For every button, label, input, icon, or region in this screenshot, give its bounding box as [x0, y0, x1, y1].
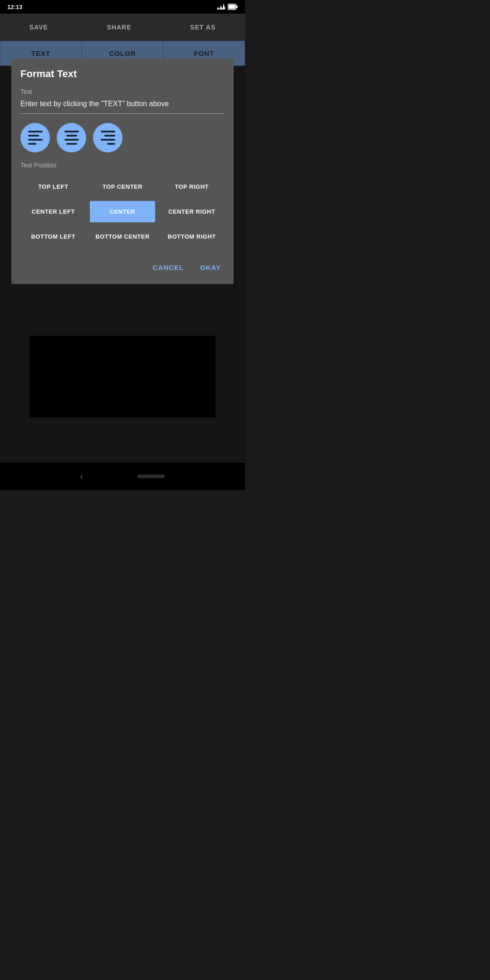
position-grid: TOP LEFTTOP CENTERTOP RIGHTCENTER LEFTCE… — [20, 176, 225, 247]
svg-rect-6 — [236, 5, 238, 8]
okay-button[interactable]: OKAY — [196, 260, 225, 275]
cancel-button[interactable]: CANCEL — [149, 260, 188, 275]
center-right-button[interactable]: CENTER RIGHT — [159, 201, 225, 222]
signal-icon — [217, 3, 225, 10]
align-left-icon — [28, 131, 43, 145]
top-left-button[interactable]: TOP LEFT — [20, 176, 86, 197]
save-button[interactable]: SAVE — [20, 19, 57, 35]
bottom-left-button[interactable]: BOTTOM LEFT — [20, 226, 86, 247]
dialog-actions: CANCEL OKAY — [20, 258, 225, 275]
top-action-bar: SAVE SHARE SET AS — [0, 14, 245, 41]
align-center-button[interactable] — [57, 123, 86, 152]
top-center-button[interactable]: TOP CENTER — [90, 176, 156, 197]
bottom-right-button[interactable]: BOTTOM RIGHT — [159, 226, 225, 247]
battery-icon — [228, 4, 238, 10]
center-button[interactable]: CENTER — [90, 201, 156, 222]
align-center-icon — [64, 131, 79, 145]
top-right-button[interactable]: TOP RIGHT — [159, 176, 225, 197]
dialog-title: Format Text — [20, 68, 225, 80]
align-right-icon — [101, 131, 115, 145]
svg-rect-7 — [229, 5, 235, 9]
svg-marker-1 — [220, 5, 222, 10]
text-label: Text — [20, 88, 225, 95]
position-label: Text Position — [20, 162, 225, 169]
share-button[interactable]: SHARE — [98, 19, 141, 35]
align-left-button[interactable] — [20, 123, 50, 152]
text-preview: Enter text by clicking the "TEXT" button… — [20, 99, 225, 114]
svg-marker-0 — [217, 7, 220, 10]
status-bar: 12:13 — [0, 0, 245, 14]
format-text-dialog: Format Text Text Enter text by clicking … — [11, 59, 234, 284]
center-left-button[interactable]: CENTER LEFT — [20, 201, 86, 222]
status-time: 12:13 — [7, 4, 22, 10]
bottom-center-button[interactable]: BOTTOM CENTER — [90, 226, 156, 247]
alignment-buttons — [20, 123, 225, 152]
set-as-button[interactable]: SET AS — [181, 19, 225, 35]
align-right-button[interactable] — [93, 123, 122, 152]
status-icons — [217, 3, 238, 10]
